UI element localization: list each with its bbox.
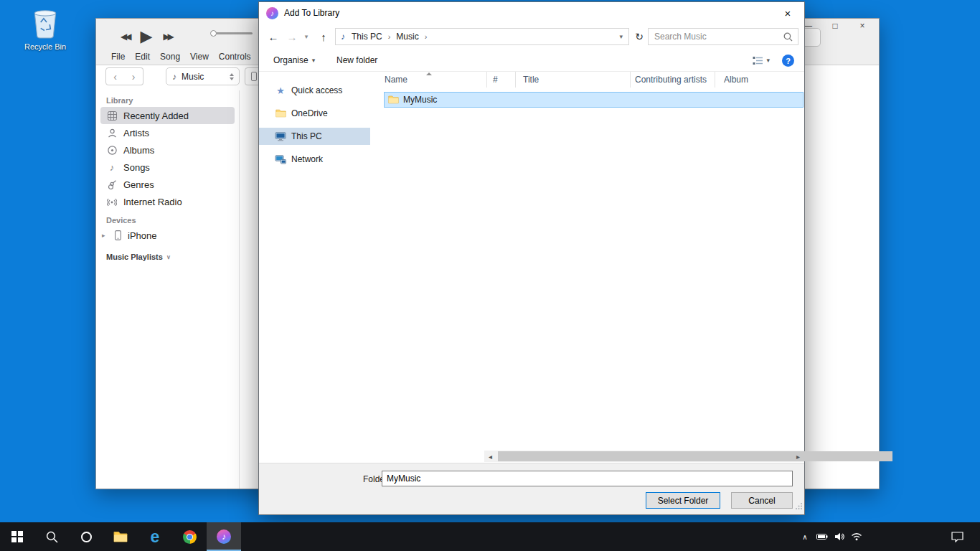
show-hidden-icons-button[interactable]: ∧: [796, 522, 814, 551]
back-button[interactable]: ←: [265, 24, 282, 50]
volume-knob[interactable]: [210, 30, 217, 37]
rewind-button[interactable]: ◀◀: [121, 32, 129, 42]
recent-locations-dropdown-icon[interactable]: ▾: [301, 24, 312, 50]
close-button[interactable]: ×: [857, 21, 867, 31]
taskbar: e ♪ ∧: [0, 522, 980, 551]
scroll-left-button[interactable]: ◂: [484, 451, 496, 462]
menu-controls[interactable]: Controls: [219, 52, 251, 62]
chrome-button[interactable]: [172, 522, 207, 551]
start-button[interactable]: [0, 522, 34, 551]
organise-dropdown-icon: ▾: [312, 57, 316, 64]
column-label: #: [493, 75, 498, 85]
sidebar-item-albums[interactable]: Albums: [100, 141, 235, 159]
up-button[interactable]: ↑: [315, 24, 332, 50]
chevron-up-icon: ∧: [802, 533, 807, 541]
dialog-titlebar[interactable]: ♪ Add To Library ×: [259, 2, 804, 24]
menu-view[interactable]: View: [190, 52, 209, 62]
media-type-dropdown[interactable]: ♪ Music: [166, 67, 240, 85]
network-tray-button[interactable]: [848, 522, 865, 551]
disclosure-icon[interactable]: ▸: [102, 232, 108, 239]
breadcrumb-chevron-icon[interactable]: ›: [423, 32, 430, 41]
recycle-bin[interactable]: Recycle Bin: [19, 6, 72, 51]
menu-song[interactable]: Song: [160, 52, 180, 62]
cancel-label: Cancel: [748, 496, 775, 506]
column-header-album[interactable]: Album: [715, 72, 804, 88]
breadcrumb-music[interactable]: Music: [392, 32, 422, 42]
sidebar-item-internet-radio[interactable]: Internet Radio: [100, 193, 235, 210]
breadcrumb-chevron-icon[interactable]: ›: [386, 32, 393, 41]
sidebar-item-artists[interactable]: Artists: [100, 124, 235, 141]
search-icon: [46, 531, 58, 543]
maximize-button[interactable]: □: [830, 21, 840, 31]
nav-item-this-pc[interactable]: This PC: [259, 128, 370, 145]
horizontal-scrollbar[interactable]: ◂ ▸: [484, 451, 804, 462]
sidebar-item-genres[interactable]: Genres: [100, 176, 235, 193]
nav-item-network[interactable]: Network: [259, 151, 370, 168]
nav-item-quick-access[interactable]: ★ Quick access: [259, 82, 370, 99]
itunes-forward-button[interactable]: ›: [124, 67, 143, 85]
folder-name-input[interactable]: [382, 471, 793, 486]
play-button[interactable]: ▶: [140, 27, 152, 46]
music-note-icon: ♪: [172, 72, 176, 82]
search-input[interactable]: [649, 32, 783, 42]
search-icon[interactable]: [783, 32, 793, 42]
sidebar-item-recently-added[interactable]: Recently Added: [100, 107, 235, 124]
itunes-menubar: File Edit Song View Controls Ac: [111, 52, 271, 62]
dialog-navigation-bar: ← → ▾ ↑ ♪ This PC › Music › ▾ ↻: [259, 24, 804, 50]
column-label: Album: [724, 75, 748, 85]
refresh-button[interactable]: ↻: [631, 28, 648, 45]
battery-tray-button[interactable]: [814, 522, 831, 551]
windows-logo-icon: [11, 531, 23, 542]
help-button[interactable]: ?: [782, 55, 794, 67]
artist-icon: [106, 128, 118, 138]
file-explorer-button[interactable]: [103, 522, 138, 551]
fast-forward-button[interactable]: ▶▶: [163, 32, 171, 42]
column-header-number[interactable]: #: [487, 72, 516, 88]
scroll-right-button[interactable]: ▸: [792, 451, 804, 462]
menu-file[interactable]: File: [111, 52, 125, 62]
speaker-icon: [834, 532, 844, 541]
nav-item-onedrive[interactable]: OneDrive: [259, 105, 370, 122]
itunes-taskbar-button[interactable]: ♪: [207, 522, 241, 551]
scrollbar-thumb[interactable]: [498, 451, 892, 461]
nav-item-label: OneDrive: [291, 108, 328, 118]
menu-edit[interactable]: Edit: [135, 52, 150, 62]
column-label: Title: [523, 75, 539, 85]
sidebar-item-label: Genres: [123, 179, 154, 190]
wifi-icon: [851, 532, 862, 541]
address-bar[interactable]: ♪ This PC › Music › ▾: [335, 28, 629, 45]
cancel-button[interactable]: Cancel: [731, 492, 793, 509]
file-explorer-icon: [113, 531, 128, 542]
search-box[interactable]: [648, 28, 798, 45]
sidebar-item-iphone[interactable]: ▸ iPhone: [100, 227, 235, 244]
note-glyph: ♪: [222, 532, 226, 542]
column-header-contributing-artists[interactable]: Contributing artists: [631, 72, 715, 88]
action-center-button[interactable]: [943, 522, 971, 551]
breadcrumb-this-pc[interactable]: This PC: [348, 32, 386, 42]
resize-grip[interactable]: [795, 500, 803, 513]
device-label: iPhone: [128, 230, 156, 241]
taskbar-search-button[interactable]: [34, 522, 69, 551]
view-options-button[interactable]: ▾: [753, 50, 770, 71]
select-folder-button[interactable]: Select Folder: [646, 492, 720, 509]
genre-icon: [106, 180, 118, 189]
cortana-button[interactable]: [69, 522, 103, 551]
recycle-bin-label: Recycle Bin: [19, 42, 72, 51]
volume-slider[interactable]: [211, 32, 253, 34]
sidebar-item-songs[interactable]: ♪ Songs: [100, 159, 235, 176]
back-icon: ‹: [113, 71, 117, 83]
file-name: MyMusic: [403, 95, 437, 105]
column-header-title[interactable]: Title: [516, 72, 631, 88]
volume-tray-button[interactable]: [831, 522, 848, 551]
music-playlists-header[interactable]: Music Playlists ∨: [96, 244, 239, 261]
dialog-close-button[interactable]: ×: [771, 2, 804, 24]
forward-button: →: [283, 24, 301, 50]
organise-menu[interactable]: Organise ▾: [273, 50, 315, 71]
itunes-back-button[interactable]: ‹: [105, 67, 125, 85]
new-folder-button[interactable]: New folder: [336, 50, 377, 71]
column-label: Contributing artists: [635, 75, 707, 85]
file-row-mymusic[interactable]: MyMusic: [384, 92, 804, 108]
address-dropdown-icon[interactable]: ▾: [619, 33, 623, 40]
edge-button[interactable]: e: [138, 522, 172, 551]
column-header-name[interactable]: Name: [372, 72, 487, 88]
